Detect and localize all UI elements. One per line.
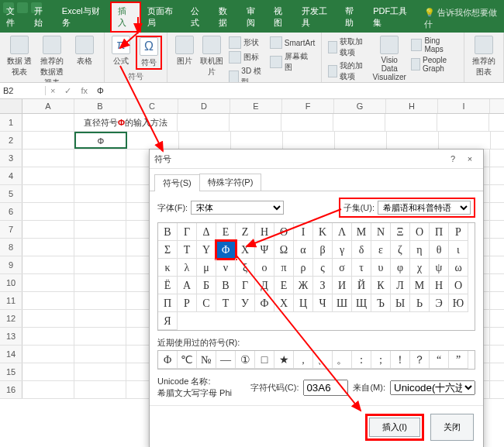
symbol-cell[interactable]: Τ bbox=[178, 241, 197, 259]
symbol-cell[interactable]: Л bbox=[391, 277, 410, 294]
symbol-cell[interactable]: Щ bbox=[352, 294, 371, 312]
cell[interactable] bbox=[22, 132, 74, 149]
cell[interactable] bbox=[22, 239, 74, 256]
cell[interactable] bbox=[74, 150, 126, 167]
symbol-cell[interactable]: Й bbox=[352, 277, 371, 294]
symbol-cell[interactable]: τ bbox=[352, 259, 371, 277]
cell[interactable] bbox=[74, 256, 126, 273]
row-header[interactable]: 9 bbox=[0, 256, 22, 273]
tab-insert[interactable]: 插入 bbox=[110, 2, 141, 33]
symbol-cell[interactable]: Β bbox=[158, 223, 178, 241]
row-header[interactable]: 7 bbox=[0, 221, 22, 238]
row-header[interactable]: 15 bbox=[0, 363, 22, 380]
btn-people-graph[interactable]: People Graph bbox=[409, 55, 459, 74]
cell[interactable] bbox=[22, 292, 74, 309]
symbol-cell[interactable]: Ω bbox=[274, 241, 294, 259]
col-header[interactable]: D bbox=[178, 99, 230, 113]
dialog-tab-symbols[interactable]: 符号(S) bbox=[154, 174, 200, 191]
cell[interactable] bbox=[335, 132, 387, 149]
symbol-cell[interactable]: ς bbox=[313, 259, 333, 277]
btn-online-picture[interactable]: 联机图片 bbox=[200, 36, 225, 77]
insert-button[interactable]: 插入(I) bbox=[369, 418, 420, 437]
recent-symbol-cell[interactable]: □ bbox=[255, 351, 274, 369]
cell[interactable] bbox=[74, 346, 126, 363]
tab-file[interactable]: 文件 bbox=[0, 3, 28, 33]
recent-symbol-cell[interactable]: ， bbox=[294, 351, 313, 369]
cell[interactable] bbox=[439, 132, 491, 149]
symbol-cell[interactable]: Υ bbox=[197, 241, 216, 259]
cell[interactable] bbox=[22, 167, 74, 184]
cell[interactable] bbox=[178, 114, 230, 131]
symbol-cell[interactable]: Ь bbox=[410, 294, 430, 312]
btn-visio[interactable]: Visio Data Visualizer bbox=[373, 36, 406, 81]
btn-shapes[interactable]: 形状 bbox=[227, 36, 265, 50]
symbol-cell[interactable]: ψ bbox=[430, 259, 449, 277]
symbol-cell[interactable]: Г bbox=[236, 277, 255, 294]
symbol-cell[interactable]: Ч bbox=[313, 294, 333, 312]
tab-data[interactable]: 数据 bbox=[212, 3, 240, 33]
btn-screenshot[interactable]: 屏幕截图 bbox=[268, 50, 316, 74]
cell[interactable] bbox=[281, 114, 333, 131]
row-header[interactable]: 14 bbox=[0, 346, 22, 363]
tab-home[interactable]: 开始 bbox=[28, 3, 56, 33]
row-header[interactable]: 4 bbox=[0, 167, 22, 184]
symbol-cell[interactable]: Е bbox=[274, 277, 294, 294]
cell[interactable] bbox=[22, 328, 74, 345]
symbol-cell[interactable]: Я bbox=[158, 312, 178, 330]
symbol-cell[interactable]: Π bbox=[430, 223, 449, 241]
symbol-cell[interactable]: Ξ bbox=[391, 223, 410, 241]
row-header[interactable]: 13 bbox=[0, 328, 22, 345]
recent-symbol-cell[interactable]: 。 bbox=[333, 351, 352, 369]
recent-symbol-cell[interactable]: ？ bbox=[410, 351, 430, 369]
col-header[interactable]: C bbox=[126, 99, 178, 113]
col-header[interactable]: G bbox=[334, 99, 386, 113]
row-header[interactable]: 8 bbox=[0, 239, 22, 256]
recent-symbol-cell[interactable]: “ bbox=[430, 351, 449, 369]
symbol-cell[interactable]: ξ bbox=[236, 259, 255, 277]
cell[interactable] bbox=[74, 328, 126, 345]
recent-symbol-cell[interactable]: Φ bbox=[158, 351, 178, 369]
symbol-cell[interactable]: П bbox=[158, 294, 178, 312]
symbol-cell[interactable]: φ bbox=[391, 259, 410, 277]
symbol-cell[interactable]: Δ bbox=[197, 223, 216, 241]
symbol-cell[interactable]: κ bbox=[158, 259, 178, 277]
tab-dev[interactable]: 开发工具 bbox=[295, 3, 339, 33]
symbol-cell[interactable]: θ bbox=[430, 241, 449, 259]
symbol-cell[interactable]: Ζ bbox=[236, 223, 255, 241]
cell[interactable] bbox=[22, 150, 74, 167]
symbol-cell[interactable]: И bbox=[333, 277, 352, 294]
symbol-cell[interactable]: Ρ bbox=[449, 223, 468, 241]
symbol-cell[interactable]: Κ bbox=[313, 223, 333, 241]
tab-help[interactable]: 帮助 bbox=[339, 3, 367, 33]
cell[interactable] bbox=[333, 114, 385, 131]
symbol-cell[interactable]: Ο bbox=[410, 223, 430, 241]
cell[interactable] bbox=[74, 363, 126, 380]
symbol-cell[interactable]: υ bbox=[371, 259, 391, 277]
symbol-cell[interactable]: Н bbox=[430, 277, 449, 294]
symbol-cell[interactable]: ε bbox=[371, 241, 391, 259]
fx-value[interactable]: Φ bbox=[92, 86, 109, 95]
dialog-help-button[interactable]: ? bbox=[444, 154, 461, 163]
btn-get-addins[interactable]: 获取加载项 bbox=[326, 36, 369, 59]
recent-symbol-cell[interactable]: № bbox=[197, 351, 216, 369]
symbol-cell[interactable]: К bbox=[371, 277, 391, 294]
symbol-cell[interactable]: М bbox=[410, 277, 430, 294]
cell[interactable] bbox=[179, 132, 231, 149]
symbol-cell[interactable]: З bbox=[313, 277, 333, 294]
symbol-cell[interactable]: Э bbox=[430, 294, 449, 312]
symbol-cell[interactable]: А bbox=[178, 277, 197, 294]
row-header[interactable]: 12 bbox=[0, 310, 22, 327]
cell[interactable] bbox=[387, 132, 439, 149]
btn-equation[interactable]: π公式 bbox=[109, 36, 133, 67]
symbol-cell[interactable]: С bbox=[197, 294, 216, 312]
symbol-cell[interactable]: Ν bbox=[371, 223, 391, 241]
row-header[interactable]: 10 bbox=[0, 274, 22, 291]
row-header[interactable]: 16 bbox=[0, 381, 22, 398]
symbol-cell[interactable]: В bbox=[216, 277, 236, 294]
tab-view[interactable]: 视图 bbox=[268, 3, 295, 33]
symbol-cell[interactable]: π bbox=[274, 259, 294, 277]
name-box[interactable]: B2 bbox=[0, 86, 46, 95]
tab-formulas[interactable]: 公式 bbox=[185, 3, 212, 33]
fx-enter[interactable]: ✓ bbox=[60, 86, 76, 96]
btn-table[interactable]: 表格 bbox=[70, 36, 99, 67]
